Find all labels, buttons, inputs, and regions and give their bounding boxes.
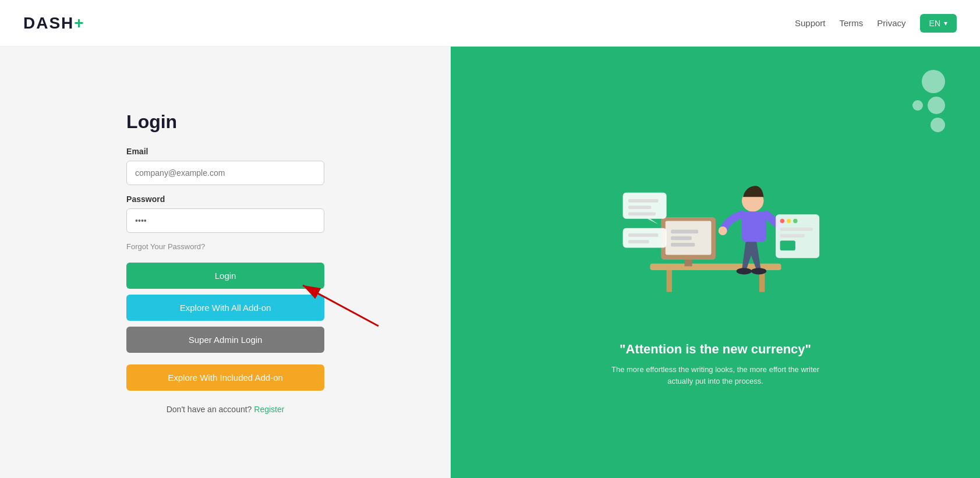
svg-rect-18	[628, 240, 649, 243]
svg-point-21	[718, 226, 727, 235]
svg-point-26	[786, 219, 791, 224]
support-link[interactable]: Support	[795, 18, 826, 28]
svg-rect-3	[666, 270, 671, 292]
explore-addon-button[interactable]: Explore With All Add-on	[126, 295, 324, 321]
illustration	[605, 138, 826, 324]
top-navigation: Support Terms Privacy EN	[795, 14, 957, 33]
logo-text: DASH	[23, 14, 74, 33]
svg-rect-12	[628, 199, 659, 203]
quote-subtitle: The more effortless the writing looks, t…	[611, 364, 820, 387]
circle-medium	[928, 97, 945, 114]
logo: DASH+	[23, 14, 85, 33]
svg-rect-13	[628, 206, 651, 209]
svg-rect-16	[622, 228, 666, 248]
svg-rect-30	[780, 240, 795, 250]
svg-rect-9	[671, 236, 692, 240]
logo-plus: +	[74, 14, 84, 33]
svg-point-27	[793, 219, 798, 224]
password-label: Password	[126, 194, 324, 204]
circle-small-1	[912, 100, 923, 111]
register-link[interactable]: Register	[254, 405, 284, 414]
svg-rect-29	[780, 234, 804, 238]
language-button[interactable]: EN	[920, 14, 957, 33]
explore-included-addon-button[interactable]: Explore With Included Add-on	[126, 364, 324, 391]
svg-point-22	[736, 268, 751, 274]
super-admin-login-button[interactable]: Super Admin Login	[126, 327, 324, 353]
svg-rect-17	[628, 233, 659, 237]
svg-point-25	[780, 219, 784, 224]
email-label: Email	[126, 147, 324, 156]
svg-rect-28	[780, 228, 812, 231]
right-panel: "Attention is the new currency" The more…	[451, 47, 980, 478]
register-prompt-text: Don't have an account?	[167, 405, 252, 414]
svg-rect-20	[742, 212, 766, 242]
forgot-password-link[interactable]: Forgot Your Password?	[126, 242, 324, 251]
login-button[interactable]: Login	[126, 263, 324, 289]
register-prompt: Don't have an account? Register	[126, 405, 324, 414]
decorative-circles	[912, 70, 945, 132]
password-input[interactable]	[126, 208, 324, 233]
privacy-link[interactable]: Privacy	[877, 18, 905, 28]
login-form-container: Login Email Password Forgot Your Passwor…	[126, 111, 324, 414]
svg-marker-15	[647, 219, 658, 224]
circle-small-2	[931, 118, 945, 132]
quote-text: "Attention is the new currency"	[620, 342, 811, 357]
left-panel: Login Email Password Forgot Your Passwor…	[0, 47, 451, 478]
email-input[interactable]	[126, 161, 324, 185]
svg-rect-14	[628, 213, 656, 216]
svg-point-23	[751, 268, 766, 274]
terms-link[interactable]: Terms	[840, 18, 864, 28]
svg-rect-10	[671, 243, 695, 247]
login-title: Login	[126, 111, 324, 133]
svg-rect-8	[671, 230, 698, 234]
circle-large	[922, 70, 945, 93]
